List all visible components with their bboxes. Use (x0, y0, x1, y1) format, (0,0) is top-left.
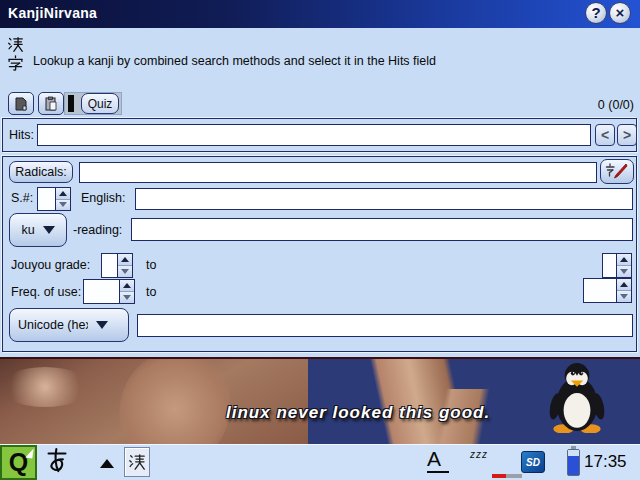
instruction-text: Lookup a kanji by combined search method… (33, 54, 436, 68)
freq-from-spinner[interactable] (83, 279, 135, 304)
hits-input[interactable] (37, 124, 591, 146)
banner-photo-hand (0, 367, 90, 407)
title-bar: KanjiNirvana ? × (0, 0, 640, 28)
next-hit-button[interactable]: > (617, 124, 637, 146)
window-title: KanjiNirvana (8, 5, 97, 21)
code-type-dropdown[interactable]: Unicode (hex (9, 308, 129, 342)
english-input[interactable] (135, 188, 633, 210)
quiz-button[interactable]: Quiz (81, 93, 119, 114)
quiz-indicator (68, 95, 74, 112)
stroke-count-spinner[interactable] (37, 187, 71, 211)
chevron-right-icon: > (623, 127, 631, 143)
english-label: English: (81, 191, 125, 205)
close-icon: × (616, 4, 625, 21)
stroke-count-input[interactable] (38, 188, 55, 210)
sd-card-icon: SD (526, 457, 540, 468)
freq-of-use-label: Freq. of use: (11, 285, 81, 299)
suspend-applet[interactable]: zzz (470, 449, 488, 460)
tux-penguin-icon (546, 361, 608, 433)
help-button[interactable]: ? (585, 2, 607, 24)
jouyou-from-spinner[interactable] (101, 253, 133, 278)
spin-up-button[interactable] (56, 188, 70, 200)
spin-down-button[interactable] (56, 200, 70, 211)
hits-panel: Hits: < > (2, 118, 637, 152)
taskbar: Q A (0, 444, 640, 480)
help-icon: ? (591, 4, 600, 21)
jouyou-to-label: to (146, 258, 156, 272)
spin-down-button[interactable] (617, 291, 631, 302)
kanji-han-icon (128, 453, 146, 471)
reading-type-value: ku (21, 223, 34, 237)
jouyou-to-spinner[interactable] (602, 253, 632, 278)
freq-from-input[interactable] (84, 280, 119, 303)
spin-down-button[interactable] (118, 266, 132, 277)
chevron-down-icon (96, 321, 108, 329)
paste-icon (43, 96, 59, 112)
taskbar-app-kanjinirvana[interactable] (124, 447, 150, 477)
freq-to-spinner[interactable] (583, 278, 632, 303)
clock[interactable]: 17:35 (584, 452, 627, 472)
hits-label: Hits: (9, 128, 34, 142)
quiz-toggle-frame[interactable]: Quiz (64, 92, 122, 115)
spin-up-button[interactable] (617, 279, 631, 291)
copy-button[interactable] (8, 92, 34, 115)
app-kanji-logo (7, 36, 25, 72)
freq-to-label: to (146, 285, 156, 299)
stroke-count-label: S.#: (11, 191, 33, 205)
spin-up-button[interactable] (617, 254, 631, 266)
banner-slogan: linux never looked this good. (226, 403, 490, 423)
spin-down-button[interactable] (617, 266, 631, 277)
handwriting-kanji-icon (605, 162, 629, 181)
input-method-button[interactable] (44, 447, 70, 473)
jouyou-from-input[interactable] (102, 254, 117, 277)
handwriting-button[interactable] (600, 159, 634, 184)
chevron-left-icon: < (601, 127, 609, 143)
paste-button[interactable] (38, 92, 64, 115)
screen: { "colors": { "titlebar_left": "#0a1038"… (0, 0, 640, 480)
kanji-ji-icon (7, 55, 24, 72)
close-button[interactable]: × (609, 2, 631, 24)
volume-level-bar (492, 474, 522, 478)
search-panel: Radicals: S.#: English: ku -reading: Jou… (2, 156, 637, 352)
font-size-applet[interactable]: A (427, 448, 451, 473)
spin-up-button[interactable] (118, 254, 132, 266)
prev-hit-button[interactable]: < (595, 124, 615, 146)
spin-down-button[interactable] (120, 292, 134, 303)
radicals-button[interactable]: Radicals: (9, 161, 73, 183)
reading-type-dropdown[interactable]: ku (9, 213, 67, 247)
copy-icon (13, 96, 29, 112)
code-type-value: Unicode (hex (18, 318, 88, 332)
battery-indicator[interactable] (567, 449, 580, 476)
sd-card-applet[interactable]: SD (521, 451, 545, 473)
reading-input[interactable] (131, 218, 633, 241)
launcher-arrow-icon (25, 448, 33, 459)
hiragana-a-icon (44, 447, 70, 473)
freq-to-input[interactable] (584, 279, 616, 302)
letter-a-icon: A (427, 448, 451, 470)
spin-up-button[interactable] (120, 280, 134, 292)
advert-banner[interactable]: linux never looked this good. (0, 357, 640, 444)
chevron-down-icon (43, 226, 55, 234)
ime-selector-arrow[interactable] (100, 459, 114, 468)
launcher-button[interactable]: Q (0, 445, 37, 480)
jouyou-grade-label: Jouyou grade: (11, 258, 90, 272)
hit-counter: 0 (0/0) (598, 98, 634, 112)
radicals-input[interactable] (79, 162, 597, 183)
kanji-han-icon (7, 36, 24, 53)
jouyou-to-input[interactable] (603, 254, 616, 277)
unicode-input[interactable] (137, 314, 633, 337)
reading-label: -reading: (73, 223, 122, 237)
